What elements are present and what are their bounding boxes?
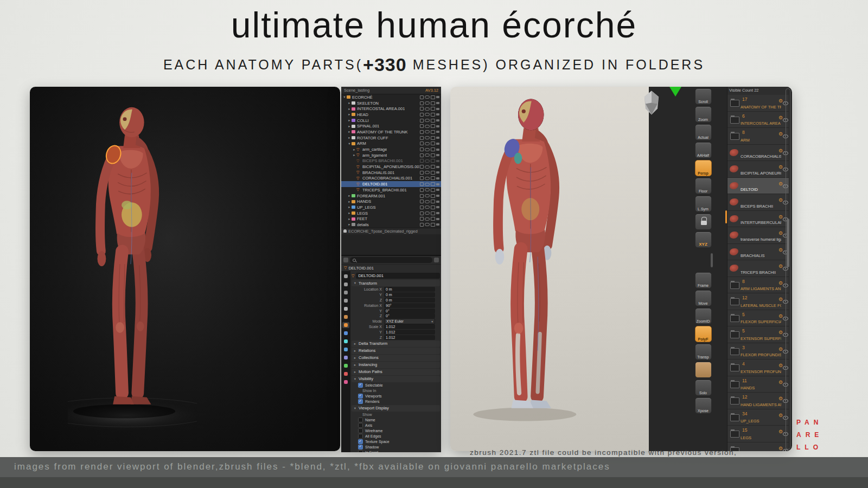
hide-eye-icon[interactable]: [425, 142, 430, 145]
editor-type-icon[interactable]: [343, 258, 348, 262]
outliner-row[interactable]: ▸ UP_LEGS: [341, 204, 441, 210]
expand-arrow-icon[interactable]: ▸: [347, 205, 352, 209]
outliner-row[interactable]: ▸ ROTATOR CUFF: [341, 135, 441, 141]
hide-eye-icon[interactable]: [425, 148, 430, 151]
properties-tab-output[interactable]: [342, 290, 349, 296]
disable-render-icon[interactable]: [436, 195, 439, 197]
property-value-field[interactable]: 0°: [384, 313, 435, 318]
hide-eye-icon[interactable]: [425, 107, 430, 111]
exclude-checkbox-icon[interactable]: [420, 130, 424, 134]
subtool-item[interactable]: CORACOBRACHIALIS ⚙: [727, 145, 789, 162]
property-value-field[interactable]: 1.012: [384, 324, 435, 329]
disable-render-icon[interactable]: [436, 206, 439, 208]
subtool-gear-icon[interactable]: ⚙: [778, 264, 783, 269]
subtool-item[interactable]: 5 EXTENSOR SUPERFICIALIS ⚙: [727, 326, 789, 343]
disable-viewport-icon[interactable]: [431, 113, 435, 117]
properties-section-header[interactable]: ▸ Motion Paths: [352, 369, 440, 375]
subtool-item[interactable]: BICIPITAL APONEUROSIS ⚙: [727, 161, 789, 178]
subtool-gear-icon[interactable]: ⚙: [778, 165, 783, 170]
properties-section-header[interactable]: ▸ Collections: [352, 355, 440, 361]
outliner-row[interactable]: ▸ FOREARM.001: [341, 193, 441, 199]
properties-tab-world[interactable]: [342, 314, 349, 320]
hide-eye-icon[interactable]: [425, 217, 430, 221]
disable-render-icon[interactable]: [436, 201, 439, 203]
subtool-gear-icon[interactable]: ⚙: [778, 281, 783, 286]
checkbox[interactable]: [358, 439, 363, 444]
checkbox-row[interactable]: In Front: [352, 450, 440, 452]
disable-viewport-icon[interactable]: [431, 223, 435, 227]
disable-viewport-icon[interactable]: [431, 119, 435, 123]
expand-arrow-icon[interactable]: ▸: [352, 147, 356, 152]
checkbox[interactable]: [358, 423, 363, 428]
properties-section-header[interactable]: ▸ Delta Transform: [352, 341, 440, 347]
exclude-checkbox-icon[interactable]: [420, 188, 424, 192]
properties-tab-scene[interactable]: [342, 306, 349, 312]
subtool-item[interactable]: 34 UP_LEGS ⚙: [727, 409, 789, 426]
disable-viewport-icon[interactable]: [431, 217, 435, 221]
property-value-field[interactable]: XYZ Euler▾: [384, 318, 435, 324]
outliner-row[interactable]: ▽ CORACOBRACHIALIS.001: [341, 176, 441, 182]
outliner-footer-row[interactable]: ECORCHE_Tpose_Decimated_rigged: [341, 228, 441, 234]
hide-eye-icon[interactable]: [425, 130, 430, 133]
hide-eye-icon[interactable]: [425, 113, 430, 116]
properties-tab-physics[interactable]: [342, 346, 349, 352]
disable-viewport-icon[interactable]: [431, 211, 435, 215]
hide-eye-icon[interactable]: [425, 223, 430, 226]
object-name-field[interactable]: DELTOID.001: [356, 273, 440, 279]
checkbox[interactable]: [358, 399, 363, 404]
expand-arrow-icon[interactable]: ▸: [347, 211, 352, 215]
subtool-gear-icon[interactable]: ⚙: [778, 149, 783, 153]
disable-viewport-icon[interactable]: [431, 147, 435, 151]
disable-render-icon[interactable]: [436, 212, 439, 214]
xpose-button[interactable]: Xpose: [695, 397, 712, 414]
property-value-field[interactable]: 0 m: [384, 298, 435, 303]
outliner-row[interactable]: ▸ ▽ arm_cartilage: [341, 146, 441, 152]
checkbox-row[interactable]: Shadow: [352, 445, 440, 450]
subtool-item[interactable]: 11 HANDS ⚙: [727, 376, 789, 393]
expand-arrow-icon[interactable]: ▸: [347, 217, 352, 221]
checkbox-row[interactable]: Viewports: [352, 394, 440, 399]
exclude-checkbox-icon[interactable]: [420, 101, 424, 105]
toolbar-scrollbar[interactable]: [711, 253, 713, 267]
hide-eye-icon[interactable]: [425, 136, 430, 139]
disable-viewport-icon[interactable]: [431, 130, 435, 134]
subtool-scrollbar-thumb[interactable]: [725, 210, 727, 223]
section-transform[interactable]: ▾ Transform: [352, 280, 440, 286]
exclude-checkbox-icon[interactable]: [420, 136, 424, 140]
checkbox-row[interactable]: Wireframe: [352, 428, 440, 434]
hide-eye-icon[interactable]: [425, 153, 430, 157]
disable-render-icon[interactable]: [436, 96, 439, 98]
property-value-field[interactable]: 0 m: [384, 287, 435, 292]
filter-icon[interactable]: [434, 258, 439, 262]
section-visibility[interactable]: ▾ Visibility: [352, 376, 440, 382]
panel-scrollbar-thumb[interactable]: [787, 219, 789, 267]
disable-viewport-icon[interactable]: [431, 153, 435, 157]
subtool-gear-icon[interactable]: ⚙: [778, 380, 783, 385]
subtool-item[interactable]: DELTOID ⚙: [727, 178, 789, 195]
disable-render-icon[interactable]: [436, 171, 439, 174]
expand-arrow-icon[interactable]: ▸: [347, 194, 352, 198]
checkbox-row[interactable]: Selectable: [352, 383, 440, 388]
checkbox-row[interactable]: Show In: [352, 388, 440, 394]
disable-render-icon[interactable]: [436, 119, 439, 121]
properties-tab-modifiers[interactable]: [342, 330, 349, 336]
expand-arrow-icon[interactable]: ▸: [347, 130, 352, 134]
exclude-checkbox-icon[interactable]: [420, 217, 424, 221]
expand-arrow-icon[interactable]: ▸: [347, 222, 352, 227]
outliner-row[interactable]: ▸ SKELETON: [341, 100, 441, 106]
disable-viewport-icon[interactable]: [431, 107, 435, 111]
property-value-field[interactable]: 0°: [384, 309, 435, 313]
exclude-checkbox-icon[interactable]: [420, 194, 424, 198]
local-symmetry-lock-button[interactable]: [695, 214, 712, 230]
exclude-checkbox-icon[interactable]: [420, 223, 424, 227]
disable-render-icon[interactable]: [436, 125, 439, 127]
exclude-checkbox-icon[interactable]: [420, 95, 424, 99]
properties-tab-constraints[interactable]: [342, 355, 349, 361]
subtool-item[interactable]: 3 FLEXOR PROFUNDIS ⚙: [727, 343, 789, 360]
outliner-row[interactable]: ▸ ▽ arm_ligament: [341, 152, 441, 158]
properties-tab-tool[interactable]: [342, 273, 349, 279]
disable-render-icon[interactable]: [436, 183, 439, 185]
outliner-row[interactable]: ▸ COLLI: [341, 118, 441, 124]
exclude-checkbox-icon[interactable]: [420, 206, 424, 209]
disable-render-icon[interactable]: [436, 154, 439, 156]
